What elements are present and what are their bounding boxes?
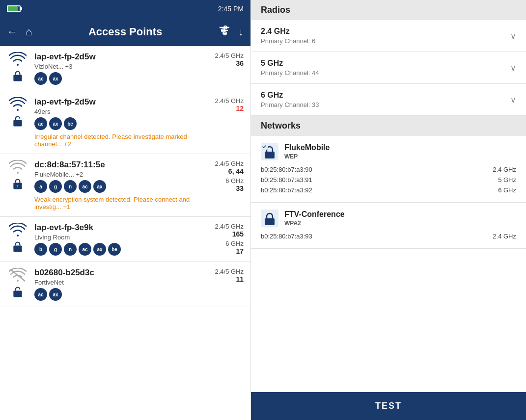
badge-n: n	[64, 243, 77, 256]
ap-channel-info: 2.4/5 GHz 165 6 GHz 17	[209, 223, 244, 255]
svg-rect-17	[265, 218, 275, 225]
ap-item[interactable]: b02680-b25d3c FortiveNet ac ax 2.4/5 GHz…	[0, 262, 250, 307]
time-display: 2:45 PM	[218, 5, 244, 13]
back-button[interactable]: ←	[7, 26, 18, 38]
ap-name: lap-evt-fp-3e9k	[34, 223, 203, 233]
ap-channel-info: 2.4/5 GHz 12	[209, 97, 244, 112]
ap-signal-area: !	[7, 160, 28, 190]
chevron-down-icon: ∨	[510, 95, 516, 105]
ap-item[interactable]: lap-evt-fp-2d5w VizioNet... +3 ac ax 2.4…	[0, 46, 250, 91]
frequency: 6 GHz	[498, 186, 516, 194]
badge-ac: ac	[34, 288, 47, 301]
network-row: b0:25:80:b7:a3:93 2.4 GHz	[261, 231, 516, 241]
radio-channel: Primary Channel: 33	[261, 101, 319, 108]
badge-ax: ax	[49, 288, 62, 301]
network-row: b0:25:80:b7:a3:90 2.4 GHz	[261, 164, 516, 175]
battery-icon	[7, 5, 21, 12]
ap-name: lap-evt-fp-2d5w	[34, 52, 203, 62]
svg-rect-7	[13, 120, 22, 126]
left-panel: 2:45 PM ← ⌂ Access Points ↓	[0, 0, 250, 420]
badge-ax: ax	[49, 72, 62, 85]
ap-name: lap-evt-fp-2d5w	[34, 97, 203, 107]
svg-text:!: !	[17, 184, 19, 188]
network-card-flukemobile[interactable]: FlukeMobile WEP b0:25:80:b7:a3:90 2.4 GH…	[251, 136, 526, 203]
frequency: 2.4 GHz	[493, 166, 516, 173]
ap-network: FortiveNet	[34, 279, 203, 286]
badge-ac: ac	[34, 72, 47, 85]
ap-badges: a g n ac ax	[34, 180, 203, 193]
svg-rect-12	[13, 290, 22, 297]
lock-warning-icon: !	[11, 178, 24, 190]
ap-details: lap-evt-fp-2d5w 49ers ac ax be Irregular…	[34, 97, 203, 148]
lock-open-icon	[11, 115, 24, 128]
frequency: 5 GHz	[498, 176, 516, 184]
status-bar: 2:45 PM	[0, 0, 250, 18]
badge-g: g	[49, 180, 62, 193]
radio-item-6ghz[interactable]: 6 GHz Primary Channel: 33 ∨	[251, 84, 526, 116]
badge-b: b	[34, 243, 47, 256]
wifi-strong-icon	[9, 223, 27, 237]
networks-section-header: Networks	[251, 116, 526, 136]
badge-ac: ac	[79, 243, 91, 256]
network-card-ftv-conference[interactable]: FTV-Conference WPA2 b0:25:80:b7:a3:93 2.…	[251, 203, 526, 249]
wifi-strong-icon	[9, 97, 27, 112]
ap-badges: b g n ac ax be	[34, 243, 203, 256]
ap-network: VizioNet... +3	[34, 63, 203, 70]
network-name: FTV-Conference	[284, 210, 345, 219]
radio-name: 5 GHz	[261, 59, 319, 68]
ap-details: lap-evt-fp-3e9k Living Room b g n ac ax …	[34, 223, 203, 256]
network-card-header: FTV-Conference WPA2	[261, 210, 516, 227]
svg-rect-6	[13, 75, 22, 81]
access-point-list: lap-evt-fp-2d5w VizioNet... +3 ac ax 2.4…	[0, 46, 250, 420]
ap-network: Living Room	[34, 234, 203, 241]
ap-details: b02680-b25d3c FortiveNet ac ax	[34, 268, 203, 301]
page-title: Access Points	[40, 26, 211, 38]
badge-be: be	[64, 117, 77, 130]
mac-address: b0:25:80:b7:a3:92	[261, 186, 312, 194]
badge-g: g	[49, 243, 62, 256]
ap-badges: ac ax	[34, 72, 203, 85]
svg-rect-14	[265, 152, 275, 158]
radio-item-24ghz[interactable]: 2.4 GHz Primary Channel: 6 ∨	[251, 20, 526, 52]
network-lock-icon	[261, 210, 278, 227]
network-card-header: FlukeMobile WEP	[261, 143, 516, 160]
mac-address: b0:25:80:b7:a3:93	[261, 233, 312, 240]
svg-rect-10	[13, 245, 22, 252]
ap-channel-info: 2.4/5 GHz 36	[209, 52, 244, 67]
right-panel: Radios 2.4 GHz Primary Channel: 6 ∨ 5 GH…	[250, 0, 526, 420]
badge-ax: ax	[93, 243, 106, 256]
ap-item[interactable]: lap-evt-fp-3e9k Living Room b g n ac ax …	[0, 217, 250, 262]
ap-channel-info: 2.4/5 GHz 11	[209, 268, 244, 283]
mac-address: b0:25:80:b7:a3:90	[261, 166, 312, 173]
ap-signal-area	[7, 223, 28, 253]
network-type: WEP	[284, 153, 330, 160]
ap-badges: ac ax	[34, 288, 203, 301]
mac-address: b0:25:80:b7:a3:91	[261, 176, 312, 184]
badge-a: a	[34, 180, 47, 193]
ap-item[interactable]: lap-evt-fp-2d5w 49ers ac ax be Irregular…	[0, 91, 250, 154]
network-type: WPA2	[284, 220, 345, 227]
lock-closed-icon	[11, 70, 24, 82]
badge-ax: ax	[93, 180, 106, 193]
badge-n: n	[64, 180, 77, 193]
network-name: FlukeMobile	[284, 143, 330, 152]
ap-badges: ac ax be	[34, 117, 203, 130]
radio-item-5ghz[interactable]: 5 GHz Primary Channel: 44 ∨	[251, 52, 526, 84]
ap-signal-area	[7, 97, 28, 128]
lock-closed-icon	[11, 240, 24, 253]
network-row: b0:25:80:b7:a3:92 6 GHz	[261, 185, 516, 195]
ap-name: dc:8d:8a:57:11:5e	[34, 160, 203, 170]
ap-signal-area	[7, 268, 28, 298]
ap-item[interactable]: ! dc:8d:8a:57:11:5e FlukeMobile... +2 a …	[0, 154, 250, 217]
badge-ac: ac	[34, 117, 47, 130]
filter-button[interactable]	[219, 26, 230, 38]
ap-warning: Weak encryption system detected. Please …	[34, 196, 203, 210]
download-button[interactable]: ↓	[238, 26, 244, 38]
badge-ax: ax	[49, 117, 62, 130]
lock-open-icon	[11, 286, 24, 298]
radios-section-header: Radios	[251, 0, 526, 20]
frequency: 2.4 GHz	[493, 233, 516, 240]
test-button[interactable]: TEST	[251, 392, 526, 420]
wifi-weak-icon	[9, 160, 27, 175]
home-button[interactable]: ⌂	[26, 26, 32, 38]
